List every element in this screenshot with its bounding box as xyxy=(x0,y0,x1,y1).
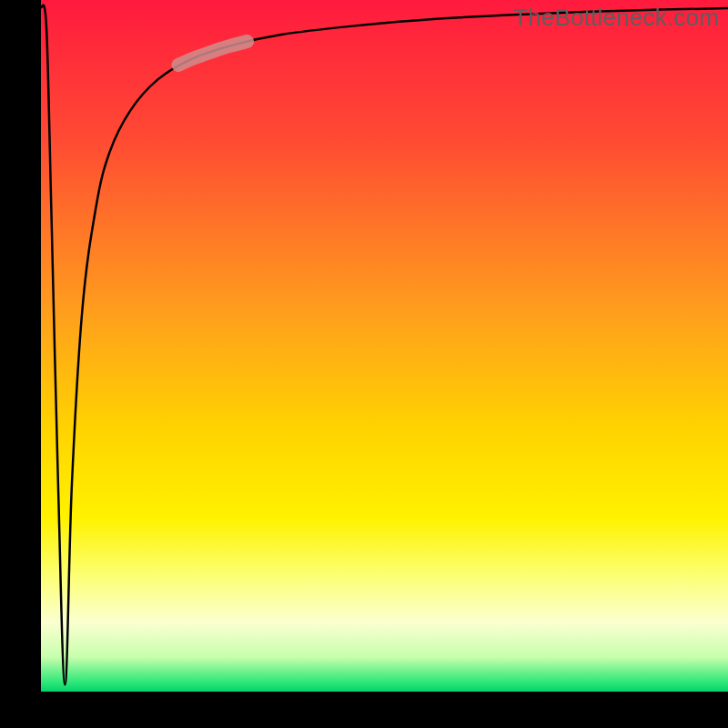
watermark-text: TheBottleneck.com xyxy=(513,4,719,32)
bottleneck-chart xyxy=(0,0,728,728)
chart-stage: TheBottleneck.com xyxy=(0,0,728,728)
plot-area xyxy=(41,0,728,692)
